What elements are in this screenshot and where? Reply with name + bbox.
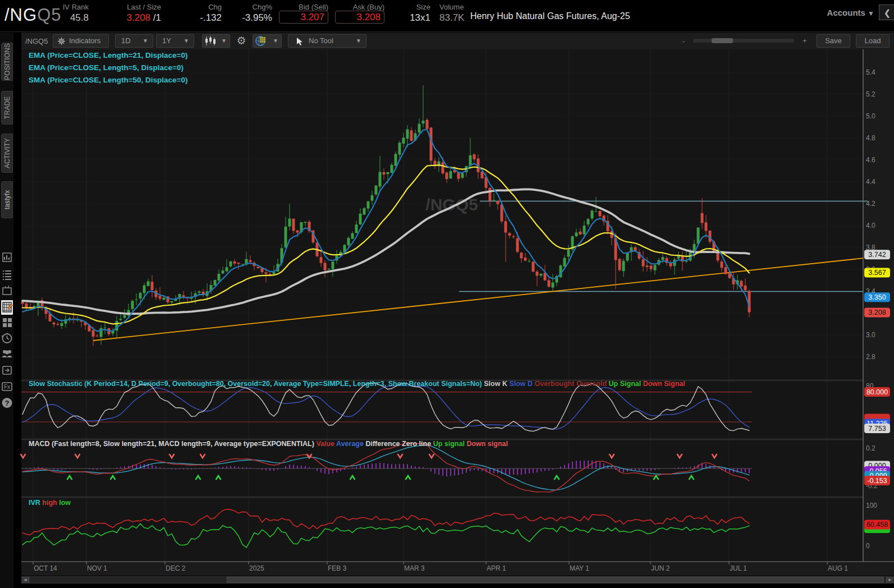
svg-text:4.4: 4.4 [866,178,875,186]
svg-text:EMA (Price=CLOSE, Length=21, D: EMA (Price=CLOSE, Length=21, Displace=0) [29,51,187,59]
svg-text:JUN 2: JUN 2 [651,564,670,572]
svg-text:EMA (Price=CLOSE, Length=5, Di: EMA (Price=CLOSE, Length=5, Displace=0) [29,63,184,72]
svg-text:FEB 3: FEB 3 [328,564,347,572]
svg-text:3.567: 3.567 [868,269,886,277]
svg-text:5.2: 5.2 [866,90,875,98]
svg-text:5.4: 5.4 [866,68,875,76]
svg-text:IVR high low: IVR high low [29,499,71,507]
svg-text:Slow Stochastic (K Period=14,: Slow Stochastic (K Period=14, D Period=9… [29,380,685,388]
svg-text:4.2: 4.2 [866,200,875,208]
svg-text:0: 0 [866,542,870,550]
svg-text:7.753: 7.753 [868,425,886,433]
svg-text:2025: 2025 [249,564,264,572]
svg-text:DEC 2: DEC 2 [166,564,186,572]
svg-text:5.0: 5.0 [866,112,875,120]
svg-text:SMA (Price=CLOSE, Length=50, D: SMA (Price=CLOSE, Length=50, Displace=0) [29,76,187,84]
svg-text:80.000: 80.000 [867,388,888,396]
svg-text:AUG 1: AUG 1 [828,564,848,572]
svg-text:4.0: 4.0 [866,222,875,229]
svg-text:JUL 1: JUL 1 [730,564,747,572]
svg-text:3.208: 3.208 [868,309,886,316]
svg-text:APR 1: APR 1 [487,564,506,572]
svg-text:3.0: 3.0 [866,331,875,339]
svg-text:MAY 1: MAY 1 [570,564,589,572]
svg-text:60.458: 60.458 [867,521,888,529]
svg-text:MACD (Fast length=8, Slow leng: MACD (Fast length=8, Slow length=21, MAC… [29,440,508,448]
svg-text:0.2: 0.2 [866,444,875,452]
svg-text:4.6: 4.6 [866,156,875,164]
svg-text:2.8: 2.8 [866,353,875,361]
svg-text:3.742: 3.742 [868,251,886,259]
svg-text:3.350: 3.350 [868,293,886,301]
svg-text:MAR 3: MAR 3 [404,564,425,572]
svg-text:-0.153: -0.153 [867,477,887,485]
svg-text:OCT 14: OCT 14 [34,564,57,572]
svg-text:100: 100 [866,502,877,509]
svg-text:NOV 1: NOV 1 [87,564,107,572]
svg-text:4.8: 4.8 [866,134,875,142]
